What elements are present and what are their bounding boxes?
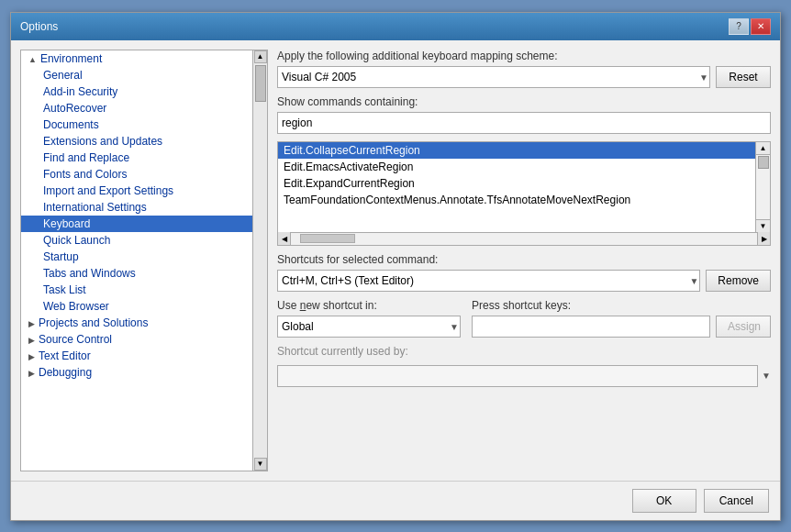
command-item-cmd1[interactable]: Edit.CollapseCurrentRegion bbox=[278, 142, 755, 159]
title-bar-buttons: ? ✕ bbox=[729, 18, 771, 35]
tree-item-text-editor[interactable]: ▶Text Editor bbox=[21, 348, 252, 364]
mapping-dropdown-wrapper: Visual C# 2005 Visual Basic 6 Visual C++… bbox=[277, 66, 710, 88]
shortcuts-dropdown-wrapper: Ctrl+M, Ctrl+S (Text Editor) ▼ bbox=[277, 270, 700, 292]
commands-list-wrapper: Edit.CollapseCurrentRegionEdit.EmacsActi… bbox=[277, 141, 771, 233]
dialog-footer: OK Cancel bbox=[11, 481, 780, 520]
tree-item-quick-launch[interactable]: Quick Launch bbox=[21, 232, 252, 249]
show-commands-label: Show commands containing: bbox=[277, 95, 771, 108]
scroll-up-arrow[interactable]: ▲ bbox=[254, 50, 267, 63]
command-item-cmd3[interactable]: Edit.ExpandCurrentRegion bbox=[278, 175, 755, 192]
commands-scrollbar: ▲ ▼ bbox=[755, 142, 770, 232]
remove-button[interactable]: Remove bbox=[706, 270, 771, 292]
use-new-dropdown-wrapper: Global Text Editor ▼ bbox=[277, 316, 461, 338]
dialog-body: ▲EnvironmentGeneralAdd-in SecurityAutoRe… bbox=[11, 40, 780, 481]
tree-item-add-in-security[interactable]: Add-in Security bbox=[21, 83, 252, 100]
right-panel: Apply the following additional keyboard … bbox=[277, 50, 771, 471]
tree-item-general[interactable]: General bbox=[21, 67, 252, 83]
used-by-arrow: ▼ bbox=[762, 371, 771, 381]
left-panel: ▲EnvironmentGeneralAdd-in SecurityAutoRe… bbox=[20, 50, 268, 471]
scroll-down-arrow[interactable]: ▼ bbox=[254, 458, 267, 471]
command-item-cmd4[interactable]: TeamFoundationContextMenus.Annotate.TfsA… bbox=[278, 192, 755, 208]
tree-item-international[interactable]: International Settings bbox=[21, 199, 252, 216]
tree-scrollbar[interactable]: ▲ ▼ bbox=[252, 50, 267, 471]
h-scroll-left[interactable]: ◀ bbox=[278, 232, 291, 245]
tree-item-fonts-colors[interactable]: Fonts and Colors bbox=[21, 166, 252, 183]
used-by-label: Shortcut currently used by: bbox=[277, 345, 771, 358]
use-new-section: Use new shortcut in: Global Text Editor … bbox=[277, 299, 771, 338]
shortcuts-label: Shortcuts for selected command: bbox=[277, 253, 771, 266]
tree-item-projects-solutions[interactable]: ▶Projects and Solutions bbox=[21, 315, 252, 331]
scroll-thumb[interactable] bbox=[255, 65, 266, 102]
left-panel-inner: ▲EnvironmentGeneralAdd-in SecurityAutoRe… bbox=[21, 50, 267, 471]
use-new-right: Press shortcut keys: Assign bbox=[472, 299, 771, 338]
press-keys-input[interactable] bbox=[472, 316, 710, 338]
tree-item-tabs-windows[interactable]: Tabs and Windows bbox=[21, 265, 252, 282]
assign-button[interactable]: Assign bbox=[716, 316, 771, 338]
tree-item-task-list[interactable]: Task List bbox=[21, 282, 252, 298]
tree-item-web-browser[interactable]: Web Browser bbox=[21, 298, 252, 315]
help-button[interactable]: ? bbox=[729, 18, 749, 35]
ok-button[interactable]: OK bbox=[632, 489, 696, 513]
h-scroll-right[interactable]: ▶ bbox=[757, 232, 770, 245]
search-input[interactable] bbox=[277, 112, 771, 134]
tree-item-import-export[interactable]: Import and Export Settings bbox=[21, 183, 252, 199]
use-new-dropdown[interactable]: Global Text Editor bbox=[277, 316, 461, 338]
tree-item-keyboard[interactable]: Keyboard bbox=[21, 216, 252, 232]
show-commands-section: Show commands containing: bbox=[277, 95, 771, 134]
use-new-left: Use new shortcut in: Global Text Editor … bbox=[277, 299, 461, 338]
shortcuts-dropdown[interactable]: Ctrl+M, Ctrl+S (Text Editor) bbox=[277, 270, 700, 292]
used-by-input bbox=[277, 365, 758, 387]
cmd-scroll-up[interactable]: ▲ bbox=[756, 142, 770, 155]
assign-row: Assign bbox=[472, 316, 771, 338]
mapping-section: Apply the following additional keyboard … bbox=[277, 50, 771, 88]
cmd-scroll-down[interactable]: ▼ bbox=[756, 219, 770, 232]
title-bar: Options ? ✕ bbox=[11, 13, 780, 40]
shortcuts-row: Ctrl+M, Ctrl+S (Text Editor) ▼ Remove bbox=[277, 270, 771, 292]
mapping-row: Visual C# 2005 Visual Basic 6 Visual C++… bbox=[277, 66, 771, 88]
cancel-button[interactable]: Cancel bbox=[704, 489, 769, 513]
reset-button[interactable]: Reset bbox=[716, 66, 771, 88]
used-by-section: Shortcut currently used by: ▼ bbox=[277, 345, 771, 387]
use-new-label: Use new shortcut in: bbox=[277, 299, 461, 312]
tree-item-source-control[interactable]: ▶Source Control bbox=[21, 331, 252, 348]
h-scrollbar[interactable]: ◀ ▶ bbox=[277, 233, 771, 246]
press-keys-label: Press shortcut keys: bbox=[472, 299, 771, 312]
tree-item-extensions-updates[interactable]: Extensions and Updates bbox=[21, 133, 252, 150]
command-item-cmd2[interactable]: Edit.EmacsActivateRegion bbox=[278, 159, 755, 175]
tree-container: ▲EnvironmentGeneralAdd-in SecurityAutoRe… bbox=[21, 50, 252, 471]
tree-item-find-replace[interactable]: Find and Replace bbox=[21, 150, 252, 166]
dialog-title: Options bbox=[20, 20, 58, 33]
commands-list: Edit.CollapseCurrentRegionEdit.EmacsActi… bbox=[278, 142, 755, 232]
h-scroll-thumb[interactable] bbox=[300, 234, 355, 243]
shortcuts-section: Shortcuts for selected command: Ctrl+M, … bbox=[277, 253, 771, 292]
tree-item-startup[interactable]: Startup bbox=[21, 249, 252, 265]
mapping-label: Apply the following additional keyboard … bbox=[277, 50, 771, 62]
used-by-row: ▼ bbox=[277, 365, 771, 387]
commands-section: Edit.CollapseCurrentRegionEdit.EmacsActi… bbox=[277, 141, 771, 246]
tree-item-autorecover[interactable]: AutoRecover bbox=[21, 100, 252, 116]
tree-item-environment[interactable]: ▲Environment bbox=[21, 50, 252, 67]
tree-item-debugging[interactable]: ▶Debugging bbox=[21, 364, 252, 381]
close-button[interactable]: ✕ bbox=[751, 18, 771, 35]
tree-item-documents[interactable]: Documents bbox=[21, 116, 252, 133]
options-dialog: Options ? ✕ ▲EnvironmentGeneralAdd-in Se… bbox=[10, 12, 781, 521]
cmd-scroll-thumb[interactable] bbox=[758, 156, 769, 169]
h-scroll-track bbox=[291, 234, 757, 243]
mapping-dropdown[interactable]: Visual C# 2005 Visual Basic 6 Visual C++… bbox=[277, 66, 710, 88]
